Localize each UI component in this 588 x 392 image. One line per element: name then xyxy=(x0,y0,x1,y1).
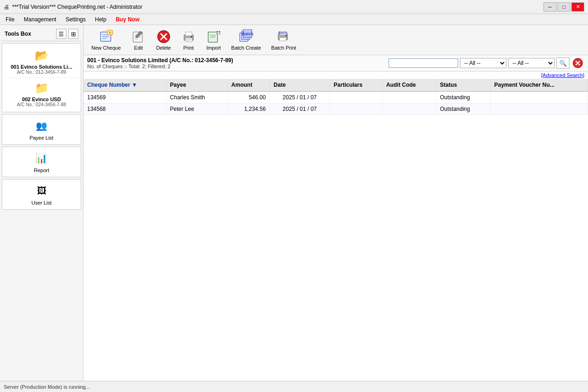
cell-payment-voucher xyxy=(490,91,588,103)
toolbar: New Cheque Edit xyxy=(83,25,588,55)
menu-management[interactable]: Management xyxy=(20,15,60,24)
svg-text:Batch: Batch xyxy=(242,32,253,36)
new-cheque-icon xyxy=(99,29,114,44)
folder-blue-icon: 📁 xyxy=(35,82,49,95)
payee-list-label: Payee List xyxy=(30,135,53,141)
filter-2-select[interactable]: -- All -- xyxy=(508,58,555,68)
menu-settings[interactable]: Settings xyxy=(62,15,89,24)
search-input[interactable] xyxy=(389,58,458,68)
cell-payment-voucher xyxy=(490,103,588,115)
account-info: 001 - Evinco Solutions Limited (A/C No.:… xyxy=(87,57,385,64)
search-bar-controls: -- All -- -- All -- 🔍 xyxy=(389,58,584,69)
batch-print-button[interactable]: Batch Batch Print xyxy=(267,27,300,53)
edit-label: Edit xyxy=(134,45,143,51)
col-cheque-number[interactable]: Cheque Number ▼ xyxy=(83,79,166,91)
svg-rect-32 xyxy=(280,38,286,41)
sidebar-grid-view-button[interactable]: ⊞ xyxy=(68,29,78,39)
title-bar: 🖨 ***Trial Version*** ChequePrinting.net… xyxy=(0,0,588,14)
title-bar-controls: ─ □ ✕ xyxy=(543,2,584,12)
delete-label: Delete xyxy=(156,45,171,51)
account-item-2[interactable]: 📁 002 Evinco USD A/C No.: 024-3456-7-88 xyxy=(4,78,79,110)
payee-list-button[interactable]: 👥 Payee List xyxy=(2,114,81,145)
cell-amount: 546.00 xyxy=(227,91,269,103)
account-icon-2: 📁 xyxy=(34,81,49,96)
cell-payee: Peter Lee xyxy=(166,103,227,115)
cheque-table: Cheque Number ▼ Payee Amount Date Partic… xyxy=(83,79,588,115)
report-button[interactable]: 📊 Report xyxy=(2,147,81,177)
import-label: Import xyxy=(206,45,221,51)
print-label: Print xyxy=(183,45,194,51)
search-button[interactable]: 🔍 xyxy=(556,58,569,69)
account-icon-1: 📂 xyxy=(34,48,49,63)
report-icon: 📊 xyxy=(34,151,49,166)
menu-help[interactable]: Help xyxy=(91,15,110,24)
col-payment-voucher[interactable]: Payment Voucher Nu... xyxy=(490,79,588,91)
col-status[interactable]: Status xyxy=(436,79,490,91)
user-list-label: User List xyxy=(32,200,51,206)
user-list-button[interactable]: 🖼 User List xyxy=(2,179,81,210)
svg-rect-15 xyxy=(185,32,192,36)
account-number-1: A/C No.: 012-3456-7-89 xyxy=(17,70,66,75)
delete-icon xyxy=(156,29,171,44)
table-area: Cheque Number ▼ Payee Amount Date Partic… xyxy=(83,79,588,381)
close-button[interactable]: ✕ xyxy=(571,2,584,12)
menu-buynow[interactable]: Buy Now xyxy=(112,15,143,24)
batch-create-button[interactable]: Batch Batch Create xyxy=(227,27,265,53)
cell-audit-code xyxy=(382,103,436,115)
cell-audit-code xyxy=(382,91,436,103)
status-message: Server (Production Mode) is running... xyxy=(4,384,90,390)
batch-create-label: Batch Create xyxy=(231,45,261,51)
cell-amount: 1,234.56 xyxy=(227,103,269,115)
edit-button[interactable]: Edit xyxy=(127,27,150,53)
batch-print-label: Batch Print xyxy=(271,45,296,51)
app-icon: 🖨 xyxy=(4,4,9,10)
search-bar: 001 - Evinco Solutions Limited (A/C No.:… xyxy=(83,55,588,71)
maximize-button[interactable]: □ xyxy=(557,2,570,12)
cell-date: 2025 / 01 / 07 xyxy=(270,103,330,115)
content-area: New Cheque Edit xyxy=(83,25,588,381)
payee-list-icon: 👥 xyxy=(34,118,49,133)
delete-button[interactable]: Delete xyxy=(152,27,175,53)
cell-status: Outstanding xyxy=(436,103,490,115)
col-payee[interactable]: Payee xyxy=(166,79,227,91)
sidebar-list-view-button[interactable]: ☰ xyxy=(56,29,66,39)
cell-particulars xyxy=(330,103,382,115)
title-bar-text: ***Trial Version*** ChequePrinting.net -… xyxy=(12,4,142,10)
account-name-2: 002 Evinco USD xyxy=(22,96,61,102)
svg-point-19 xyxy=(191,36,192,38)
cell-cheque-number: 134568 xyxy=(83,103,166,115)
report-label: Report xyxy=(34,167,49,173)
clear-search-button[interactable] xyxy=(571,58,584,69)
menu-file[interactable]: File xyxy=(2,15,18,24)
search-icon: 🔍 xyxy=(559,60,567,67)
status-bar: Server (Production Mode) is running... xyxy=(0,381,588,392)
folder-yellow-icon: 📂 xyxy=(35,49,49,62)
minimize-button[interactable]: ─ xyxy=(543,2,556,12)
table-header-row: Cheque Number ▼ Payee Amount Date Partic… xyxy=(83,79,588,91)
print-button[interactable]: Print xyxy=(177,27,200,53)
user-list-icon: 🖼 xyxy=(34,183,49,198)
col-particulars[interactable]: Particulars xyxy=(330,79,382,91)
menu-bar: File Management Settings Help Buy Now xyxy=(0,14,588,25)
new-cheque-label: New Cheque xyxy=(91,45,121,51)
cell-particulars xyxy=(330,91,382,103)
table-row[interactable]: 134568 Peter Lee 1,234.56 2025 / 01 / 07… xyxy=(83,103,588,115)
main-layout: Tools Box ☰ ⊞ 📂 001 Evinco Solutions Li.… xyxy=(0,25,588,381)
tools-box-label: Tools Box xyxy=(5,31,31,37)
account-item-1[interactable]: 📂 001 Evinco Solutions Li... A/C No.: 01… xyxy=(4,45,79,78)
cell-status: Outstanding xyxy=(436,91,490,103)
print-icon xyxy=(181,29,196,44)
import-button[interactable]: Import xyxy=(202,27,225,53)
col-amount[interactable]: Amount xyxy=(227,79,269,91)
col-date[interactable]: Date xyxy=(270,79,330,91)
filter-1-select[interactable]: -- All -- xyxy=(460,58,506,68)
advanced-search-link[interactable]: [Advanced Search] xyxy=(83,71,588,79)
col-audit-code[interactable]: Audit Code xyxy=(382,79,436,91)
sidebar-view-controls: ☰ ⊞ xyxy=(56,29,78,39)
svg-text:Batch: Batch xyxy=(278,31,287,34)
cell-cheque-number: 134569 xyxy=(83,91,166,103)
sidebar-title: Tools Box ☰ ⊞ xyxy=(2,27,81,41)
table-row[interactable]: 134569 Charles Smith 546.00 2025 / 01 / … xyxy=(83,91,588,103)
search-bar-info: 001 - Evinco Solutions Limited (A/C No.:… xyxy=(87,57,385,69)
new-cheque-button[interactable]: New Cheque xyxy=(87,27,125,53)
